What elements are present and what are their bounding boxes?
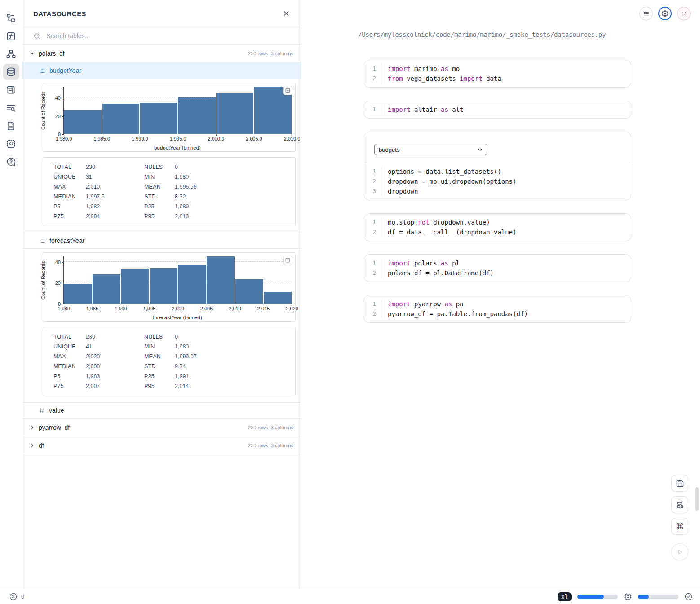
- x-tick: [292, 134, 292, 136]
- code-cell[interactable]: 1import pyarrow as pa2pyarrow_df = pa.Ta…: [364, 295, 631, 323]
- y-tick-label: 20: [55, 114, 61, 119]
- x-tick: [102, 134, 102, 136]
- column-row-budgetYear[interactable]: budgetYear: [22, 62, 301, 79]
- save-icon: [676, 479, 684, 488]
- stat-label: UNIQUE: [53, 342, 86, 352]
- x-tick-label: 2,015: [257, 306, 270, 311]
- graph-icon[interactable]: [3, 46, 19, 62]
- panel-header: DATASOURCES: [22, 0, 301, 27]
- stat-value: 1,983: [86, 371, 144, 381]
- menu-button[interactable]: [639, 7, 653, 20]
- column-row-forecastYear[interactable]: forecastYear: [22, 233, 301, 249]
- stat-label: P75: [53, 212, 86, 221]
- expand-chart-button[interactable]: [283, 86, 292, 95]
- code-cell[interactable]: budgets1options = data.list_datasets()2d…: [364, 132, 631, 200]
- stat-label: MIN: [144, 172, 175, 182]
- table-row-polars-df[interactable]: polars_df 230 rows, 3 columns: [22, 45, 301, 62]
- circle-x-icon: [9, 592, 18, 601]
- x-tick-label: 1,990.0: [132, 136, 148, 141]
- cpu-meter: [638, 595, 678, 599]
- code-cell[interactable]: 1import altair as alt: [364, 101, 631, 119]
- x-tick: [292, 304, 292, 305]
- histogram-bar: [216, 93, 254, 134]
- line-number: 2: [364, 309, 381, 319]
- y-tick-label: 20: [55, 280, 61, 286]
- dataset-dropdown[interactable]: budgets: [374, 144, 487, 155]
- stat-value: 1,997.5: [86, 192, 144, 202]
- code-line: 1import polars as pl: [364, 258, 631, 268]
- file-tree-icon[interactable]: [3, 10, 19, 26]
- x-tick: [140, 134, 140, 136]
- document-icon[interactable]: [3, 118, 19, 134]
- histogram-bar: [93, 274, 121, 304]
- x-tick-label: 1,995: [143, 306, 156, 311]
- histogram-bar: [178, 265, 206, 304]
- code-line: 2pyarrow_df = pa.Table.from_pandas(df): [364, 309, 631, 319]
- x-tick-label: 1,980: [58, 306, 70, 311]
- line-number: 2: [364, 227, 381, 237]
- topbar: [639, 7, 691, 20]
- stat-value: 2,000: [86, 362, 144, 371]
- code-cell[interactable]: 1import marimo as mo2from vega_datasets …: [364, 60, 631, 88]
- expand-chart-button[interactable]: [283, 256, 292, 265]
- x-tick-label: 1,995.0: [170, 136, 186, 141]
- code-cell[interactable]: 1mo.stop(not dropdown.value)2df = data._…: [364, 213, 631, 241]
- budgetYear-histogram: Count of Records 020401,980.01,985.01,99…: [43, 83, 296, 152]
- table-meta: 230 rows, 3 columns: [248, 51, 293, 56]
- code-line: 2polars_df = pl.DataFrame(df): [364, 268, 631, 278]
- table-row-df[interactable]: df 230 rows, 3 columns: [22, 436, 301, 454]
- stat-value: 8.72: [175, 192, 291, 202]
- run-all-button[interactable]: [671, 543, 688, 560]
- hamburger-icon: [643, 10, 650, 17]
- hash-icon: [39, 407, 45, 414]
- histogram-bar: [140, 103, 177, 134]
- connection-check-icon[interactable]: [684, 592, 693, 601]
- histogram-bar: [64, 284, 92, 304]
- status-bar: 0 xl: [0, 589, 700, 604]
- histogram-bar: [264, 292, 292, 304]
- command-icon: ⌘: [676, 521, 684, 532]
- width-badge[interactable]: xl: [558, 592, 572, 601]
- scrollbar-thumb[interactable]: [695, 487, 699, 511]
- errors-indicator[interactable]: 0: [9, 592, 24, 601]
- code-line: 1import marimo as mo: [364, 64, 631, 74]
- x-tick-label: 2,000.0: [208, 136, 224, 141]
- y-axis-label: Count of Records: [40, 256, 47, 304]
- chevron-right-icon: [30, 425, 35, 430]
- close-panel-icon[interactable]: [283, 10, 290, 17]
- layout-button[interactable]: [671, 496, 688, 513]
- help-icon[interactable]: [3, 154, 19, 170]
- snippets-icon[interactable]: [3, 136, 19, 152]
- budgetYear-stats: TOTAL230NULLS0UNIQUE31MIN1,980MAX2,010ME…: [43, 157, 296, 226]
- function-icon[interactable]: [3, 28, 19, 44]
- stat-label: MEAN: [144, 352, 175, 362]
- stat-value: 1,999.07: [175, 352, 291, 362]
- command-palette-button[interactable]: ⌘: [671, 518, 688, 535]
- x-tick-label: 2,020: [286, 306, 298, 311]
- column-row-value[interactable]: value: [22, 402, 301, 419]
- code-cell[interactable]: 1import polars as pl2polars_df = pl.Data…: [364, 254, 631, 282]
- datasources-icon[interactable]: [3, 64, 19, 80]
- settings-button[interactable]: [658, 7, 672, 20]
- stat-value: 0: [175, 332, 291, 342]
- y-tick-label: 40: [55, 95, 61, 101]
- shutdown-button[interactable]: [677, 7, 691, 20]
- x-tick: [235, 304, 235, 305]
- stat-label: P95: [144, 381, 175, 391]
- x-tick: [121, 304, 121, 305]
- stat-value: 1,980: [175, 342, 291, 352]
- search-list-icon[interactable]: [3, 100, 19, 116]
- stat-value: 2,014: [175, 381, 291, 391]
- line-number: 2: [364, 74, 381, 84]
- stat-value: 2,004: [86, 212, 144, 221]
- code-line: 1import altair as alt: [364, 105, 631, 115]
- chevron-down-icon: [477, 147, 483, 153]
- table-name: polars_df: [39, 50, 65, 57]
- scroll-icon[interactable]: [3, 82, 19, 98]
- numbered-list-icon: [39, 238, 45, 244]
- save-button[interactable]: [671, 475, 688, 492]
- x-tick: [207, 304, 207, 305]
- x-tick-label: 1,990: [115, 306, 127, 311]
- search-tables-input[interactable]: [45, 32, 290, 40]
- table-row-pyarrow-df[interactable]: pyarrow_df 230 rows, 3 columns: [22, 419, 301, 436]
